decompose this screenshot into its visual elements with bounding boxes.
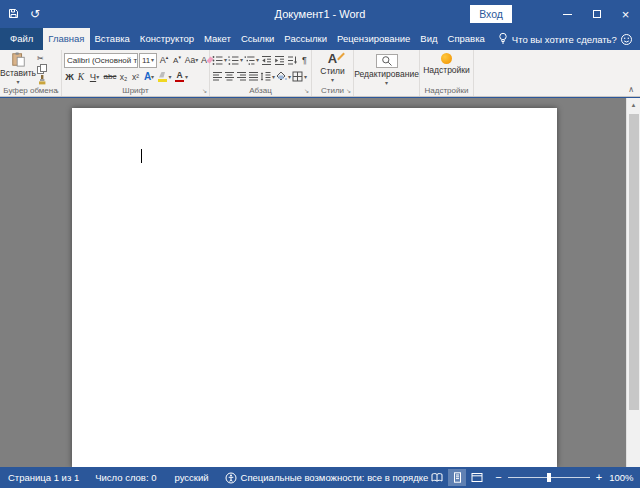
grow-font-button[interactable]: А▴ <box>158 53 170 67</box>
sort-button[interactable] <box>286 53 298 67</box>
align-left-button[interactable] <box>212 70 223 84</box>
maximize-icon <box>593 10 601 18</box>
chevron-down-icon: ▾ <box>240 57 243 63</box>
chevron-down-icon: ▾ <box>151 74 154 80</box>
underline-button[interactable]: Ч▾ <box>87 70 102 84</box>
format-painter-button[interactable] <box>37 75 57 85</box>
tell-me-box[interactable]: Что вы хотите сделать? <box>498 28 617 50</box>
clipboard-dialog-launcher[interactable]: ↘ <box>54 88 59 94</box>
zoom-slider-thumb[interactable] <box>547 473 551 482</box>
outdent-icon <box>261 55 272 66</box>
tab-help[interactable]: Справка <box>443 28 490 50</box>
zoom-level[interactable]: 100% <box>609 472 633 483</box>
paragraph-dialog-launcher[interactable]: ↘ <box>304 88 309 94</box>
justify-button[interactable] <box>248 70 259 84</box>
sign-in-button[interactable]: Вход <box>470 5 512 23</box>
subscript-button[interactable]: x₂ <box>118 70 129 84</box>
strikethrough-button[interactable]: abc <box>103 70 117 84</box>
format-painter-icon <box>37 75 47 85</box>
vertical-scrollbar[interactable]: ▲ <box>626 98 640 467</box>
maximize-button[interactable] <box>582 0 611 28</box>
tab-layout[interactable]: Макет <box>199 28 236 50</box>
superscript-button[interactable]: x² <box>130 70 141 84</box>
decrease-indent-button[interactable] <box>260 53 272 67</box>
clipboard-group-label: Буфер обмена <box>0 86 61 95</box>
language-indicator[interactable]: русский <box>174 472 208 483</box>
multilevel-list-button[interactable]: ▾ <box>244 53 259 67</box>
group-styles: A Стили ▾ Стили ↘ <box>312 50 354 96</box>
align-right-button[interactable] <box>236 70 247 84</box>
scroll-up-button[interactable]: ▲ <box>627 98 640 112</box>
styles-dialog-launcher[interactable]: ↘ <box>346 88 351 94</box>
italic-button[interactable]: К <box>76 70 86 84</box>
feedback-button[interactable] <box>620 28 633 50</box>
arrow-down-icon: ▾ <box>178 55 181 60</box>
text-highlight-button[interactable]: ▾ <box>157 70 173 84</box>
tab-file[interactable]: Файл <box>0 28 43 50</box>
borders-button[interactable]: ▾ <box>292 70 307 84</box>
page-indicator[interactable]: Страница 1 из 1 <box>8 472 79 483</box>
window-controls: × <box>553 0 640 28</box>
tab-view[interactable]: Вид <box>415 28 442 50</box>
read-mode-button[interactable] <box>428 469 446 486</box>
copy-button[interactable] <box>37 64 57 74</box>
editing-button[interactable]: Редактирование ▾ <box>356 54 417 92</box>
close-icon: × <box>622 7 630 22</box>
numbered-list-icon <box>228 55 239 66</box>
word-count[interactable]: Число слов: 0 <box>95 472 156 483</box>
chevron-down-icon: ▾ <box>185 74 188 80</box>
chevron-down-icon: ▾ <box>16 79 19 85</box>
font-size-combo[interactable]: 11 ▾ <box>139 53 157 68</box>
font-dialog-launcher[interactable]: ↘ <box>202 88 207 94</box>
align-center-button[interactable] <box>224 70 235 84</box>
shading-button[interactable]: ▾ <box>276 70 291 84</box>
tab-insert[interactable]: Вставка <box>90 28 135 50</box>
font-color-icon: А <box>175 71 184 83</box>
show-marks-button[interactable]: ¶ <box>299 53 310 67</box>
bullets-button[interactable]: ▾ <box>212 53 227 67</box>
arrow-up-icon: ▴ <box>166 55 169 60</box>
scrollbar-thumb[interactable] <box>629 114 639 410</box>
accessibility-status[interactable]: Специальные возможности: все в порядке <box>241 472 429 483</box>
tab-home[interactable]: Главная <box>43 28 89 50</box>
paragraph-group-label: Абзац <box>210 86 311 95</box>
collapse-ribbon-button[interactable]: ∧ <box>628 86 634 94</box>
text-effects-button[interactable]: A▾ <box>142 70 156 84</box>
font-color-button[interactable]: А ▾ <box>174 70 189 84</box>
minimize-icon <box>563 14 572 15</box>
chevron-down-icon: ▾ <box>331 77 334 83</box>
zoom-slider[interactable] <box>508 477 590 478</box>
addins-button[interactable]: Надстройки <box>422 53 471 84</box>
tab-references[interactable]: Ссылки <box>236 28 279 50</box>
change-case-button[interactable]: Aa▾ <box>184 53 199 67</box>
bold-button[interactable]: Ж <box>64 70 75 84</box>
shrink-font-button[interactable]: А▾ <box>171 53 183 67</box>
zoom-out-button[interactable]: − <box>495 472 501 483</box>
line-spacing-button[interactable]: ▾ <box>260 70 275 84</box>
group-addins: Надстройки Надстройки <box>420 50 474 96</box>
align-center-icon <box>224 71 235 82</box>
styles-icon: A <box>328 52 337 65</box>
read-mode-icon <box>431 472 443 483</box>
tab-mailings[interactable]: Рассылки <box>279 28 332 50</box>
cut-button[interactable]: ✂ <box>37 53 57 63</box>
tab-design[interactable]: Конструктор <box>135 28 199 50</box>
document-page[interactable] <box>72 108 557 467</box>
word-window: ↺ Документ1 - Word Вход × Файл Главная В… <box>0 0 640 488</box>
status-bar: Страница 1 из 1 Число слов: 0 русский Сп… <box>0 467 640 488</box>
styles-button[interactable]: A Стили ▾ <box>314 52 351 85</box>
font-family-combo[interactable]: Calibri (Основной текст) ▾ <box>64 53 138 68</box>
print-layout-button[interactable] <box>448 469 466 486</box>
web-layout-button[interactable] <box>468 469 486 486</box>
increase-indent-button[interactable] <box>273 53 285 67</box>
minimize-button[interactable] <box>553 0 582 28</box>
close-button[interactable]: × <box>611 0 640 28</box>
zoom-in-button[interactable]: + <box>596 472 602 483</box>
paste-button[interactable]: Вставить ▾ <box>3 52 33 85</box>
justify-icon <box>248 71 259 82</box>
numbering-button[interactable]: ▾ <box>228 53 243 67</box>
addins-group-label: Надстройки <box>420 86 473 95</box>
tab-review[interactable]: Рецензирование <box>332 28 415 50</box>
group-font: Calibri (Основной текст) ▾ 11 ▾ А▴ А▾ Aa… <box>62 50 210 96</box>
chevron-down-icon: ▾ <box>288 74 291 80</box>
